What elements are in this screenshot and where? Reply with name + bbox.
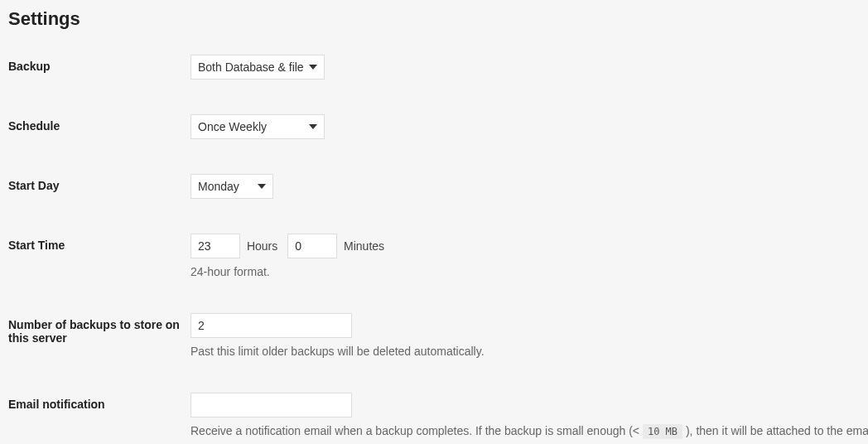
label-start-time: Start Time bbox=[8, 234, 190, 252]
hours-input[interactable] bbox=[190, 234, 240, 258]
label-start-day: Start Day bbox=[8, 174, 190, 192]
minutes-input[interactable] bbox=[287, 234, 337, 258]
email-input[interactable] bbox=[190, 393, 352, 417]
num-backups-input[interactable] bbox=[190, 313, 352, 338]
schedule-select[interactable]: Once Weekly bbox=[190, 114, 325, 139]
row-num-backups: Number of backups to store on this serve… bbox=[8, 313, 860, 358]
size-code: 10 MB bbox=[643, 424, 682, 439]
page-title: Settings bbox=[8, 8, 860, 30]
label-backup: Backup bbox=[8, 55, 190, 73]
num-backups-hint: Past this limit older backups will be de… bbox=[190, 345, 860, 358]
label-email: Email notification bbox=[8, 393, 190, 411]
hours-label: Hours bbox=[247, 239, 277, 253]
row-start-day: Start Day Monday bbox=[8, 174, 860, 199]
email-hint: Receive a notification email when a back… bbox=[190, 424, 868, 437]
start-time-hint: 24-hour format. bbox=[190, 265, 860, 278]
minutes-label: Minutes bbox=[344, 239, 384, 253]
row-schedule: Schedule Once Weekly bbox=[8, 114, 860, 139]
start-day-select[interactable]: Monday bbox=[190, 174, 273, 199]
backup-select[interactable]: Both Database & files bbox=[190, 55, 325, 80]
row-email: Email notification Receive a notificatio… bbox=[8, 393, 860, 437]
label-num-backups: Number of backups to store on this serve… bbox=[8, 313, 190, 345]
row-backup: Backup Both Database & files bbox=[8, 55, 860, 80]
row-start-time: Start Time Hours Minutes 24-hour format. bbox=[8, 234, 860, 278]
label-schedule: Schedule bbox=[8, 114, 190, 133]
